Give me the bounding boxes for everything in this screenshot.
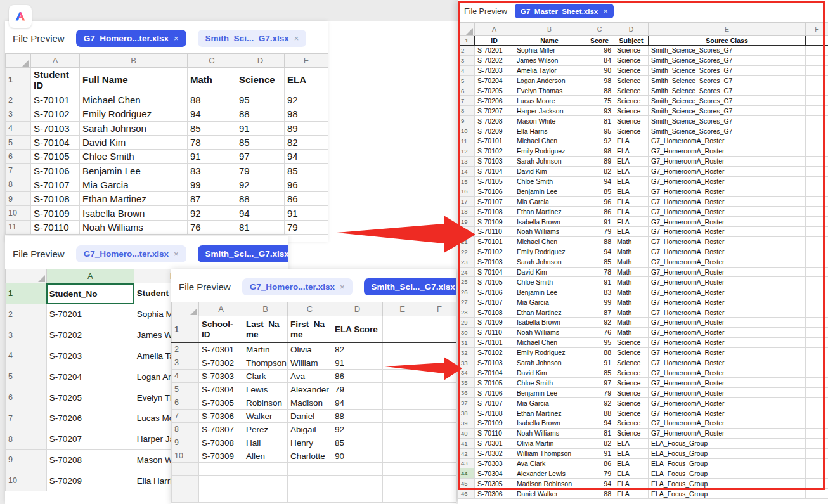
cell[interactable]: S-70202 [46,325,134,346]
cell[interactable] [332,476,383,489]
cell[interactable]: 96 [285,178,328,191]
cell[interactable]: Chloe Smith [80,150,188,164]
cell[interactable]: David Kim [514,166,585,176]
cell[interactable]: 76 [585,327,614,337]
cell[interactable]: 86 [332,370,383,383]
cell[interactable]: 91 [585,217,614,227]
row-number-cell[interactable]: 21 [458,236,475,247]
cell[interactable]: S-70303 [199,370,243,383]
cell[interactable]: 81 [236,220,285,234]
cell[interactable] [422,476,457,489]
cell[interactable]: S-70106 [475,388,514,398]
cell[interactable]: S-70207 [46,429,134,449]
cell[interactable]: S-70104 [31,135,80,149]
column-header-B[interactable]: B [514,23,585,36]
cell[interactable]: Lucas Moore [514,96,585,106]
cell[interactable]: S-70104 [475,368,514,378]
cell[interactable]: Science [614,86,649,96]
cell[interactable]: ELA [614,479,649,489]
cell[interactable]: Emily Rodriguez [514,146,585,156]
column-header-D[interactable]: D [236,54,285,68]
cell[interactable]: Chloe Smith [514,176,585,186]
cell[interactable] [806,146,828,156]
row-number-cell[interactable]: 9 [6,192,31,206]
cell[interactable]: Science [614,106,649,116]
cell[interactable]: 85 [585,368,614,378]
cell[interactable]: Science [614,398,649,408]
cell[interactable]: Smith_Science_Scores_G7 [649,55,806,65]
cell[interactable]: Ava [288,370,332,383]
cell[interactable]: Ethan Martinez [514,207,585,217]
cell[interactable]: G7_HomeroomA_Roster [649,207,806,217]
cell[interactable]: S-70105 [475,378,514,388]
cell[interactable]: Robinson [243,396,288,410]
header-cell[interactable] [806,36,828,46]
close-icon[interactable]: × [174,34,179,43]
row-number-cell[interactable]: 10 [6,206,31,220]
cell[interactable] [422,449,457,463]
column-header-F[interactable]: F [422,302,457,316]
cell[interactable] [288,463,332,476]
cell[interactable]: S-70206 [46,408,134,429]
cell[interactable] [806,186,828,197]
cell[interactable]: Mia Garcia [514,197,585,207]
row-number-cell[interactable]: 10 [458,126,475,136]
cell[interactable]: Smith_Science_Scores_G7 [649,46,806,56]
row-number-cell[interactable]: 7 [6,408,47,429]
row-number-cell[interactable]: 1 [6,68,31,93]
row-number-cell[interactable] [172,489,199,503]
cell[interactable]: S-70209 [475,126,514,136]
cell[interactable]: Noah Williams [80,220,188,234]
row-number-cell[interactable]: 18 [458,207,475,217]
cell[interactable] [806,227,828,237]
cell[interactable] [806,247,828,257]
row-number-cell[interactable]: 2 [172,343,199,356]
cell[interactable]: S-70207 [475,106,514,116]
row-number-cell[interactable]: 30 [458,327,475,337]
column-header-C[interactable]: C [288,302,332,316]
cell[interactable]: G7_HomeroomA_Roster [649,166,806,176]
cell[interactable] [806,327,828,337]
cell[interactable] [422,383,457,396]
cell[interactable]: S-70110 [475,428,514,438]
cell[interactable]: 92 [236,178,285,191]
cell[interactable]: Martin [243,343,288,356]
cell[interactable]: S-70107 [475,297,514,307]
cell[interactable]: G7_HomeroomA_Roster [649,337,806,347]
cell[interactable] [422,410,457,423]
cell[interactable]: 91 [585,448,614,458]
cell[interactable]: David Kim [80,135,188,149]
close-icon[interactable]: × [340,282,345,292]
cell[interactable]: Allen [243,449,288,463]
cell[interactable]: S-70107 [475,197,514,207]
column-header-D[interactable]: D [332,302,383,316]
cell[interactable]: Isabella Brown [514,418,585,428]
cell[interactable]: G7_HomeroomA_Roster [649,176,806,186]
cell[interactable]: S-70107 [475,398,514,408]
cell[interactable]: ELA [614,136,649,146]
cell[interactable]: S-70106 [475,287,514,297]
row-number-cell[interactable]: 36 [458,388,475,398]
cell[interactable] [243,463,288,476]
cell[interactable]: Math [614,236,649,247]
cell[interactable] [806,166,828,176]
cell[interactable]: Noah Williams [514,428,585,438]
cell[interactable]: Smith_Science_Scores_G7 [649,65,806,75]
cell[interactable]: Hall [243,436,288,449]
cell[interactable]: G7_HomeroomA_Roster [649,247,806,257]
cell[interactable]: 78 [585,267,614,277]
cell[interactable]: 95 [585,126,614,136]
cell[interactable]: Smith_Science_Scores_G7 [649,86,806,96]
cell[interactable]: 87 [585,307,614,318]
cell[interactable] [806,358,828,368]
cell[interactable]: Ethan Martinez [514,408,585,418]
cell[interactable]: 92 [332,423,383,436]
cell[interactable]: 86 [585,207,614,217]
select-all-corner[interactable] [458,23,475,36]
cell[interactable]: 96 [585,197,614,207]
cell[interactable] [422,436,457,449]
row-number-cell[interactable]: 23 [458,257,475,267]
cell[interactable] [332,463,383,476]
cell[interactable]: G7_HomeroomA_Roster [649,146,806,156]
cell[interactable]: G7_HomeroomA_Roster [649,136,806,146]
